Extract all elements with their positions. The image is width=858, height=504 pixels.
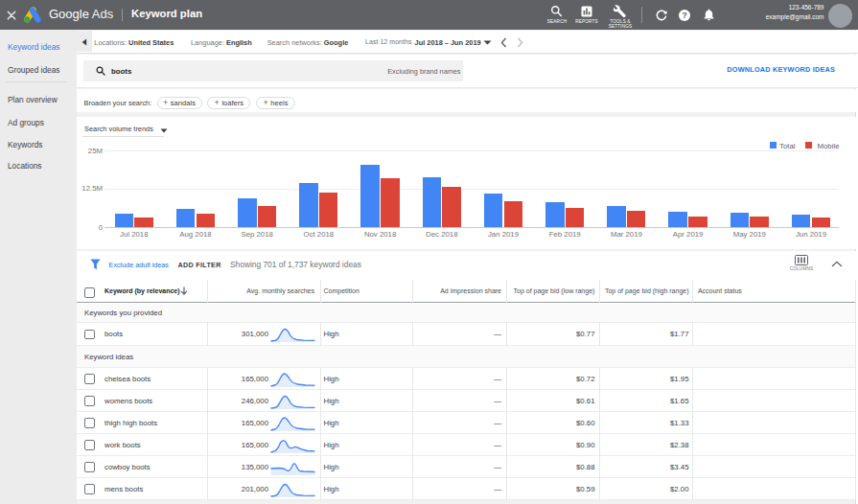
svg-text:?: ? — [682, 11, 686, 20]
